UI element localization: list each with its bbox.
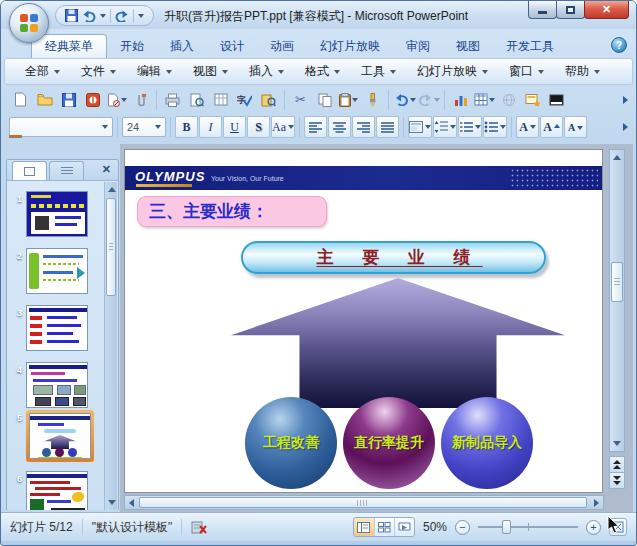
previous-slide-button[interactable] <box>609 456 625 473</box>
menu-window[interactable]: 窗口 <box>500 59 553 84</box>
research-button[interactable] <box>257 89 280 111</box>
line-spacing-button[interactable] <box>433 116 457 138</box>
align-right-button[interactable] <box>352 116 375 138</box>
sphere-new-product[interactable]: 新制品导入 <box>441 397 533 489</box>
spelling-status-icon[interactable] <box>191 519 208 535</box>
main-banner[interactable]: 主 要 业 绩 <box>241 241 546 274</box>
tab-developer[interactable]: 开发工具 <box>493 34 567 58</box>
next-slide-button[interactable] <box>609 472 625 489</box>
close-button[interactable]: ✕ <box>584 1 629 19</box>
slide-thumbnail[interactable] <box>26 362 88 408</box>
page-setup-button[interactable] <box>209 89 232 111</box>
redo-icon[interactable] <box>115 10 129 22</box>
panel-scrollbar[interactable] <box>104 182 117 510</box>
scroll-up-arrow[interactable] <box>108 187 116 192</box>
spelling-button[interactable]: 字 <box>233 89 256 111</box>
scroll-up-arrow[interactable] <box>613 155 621 160</box>
menu-help[interactable]: 帮助 <box>556 59 609 84</box>
menu-file[interactable]: 文件 <box>72 59 125 84</box>
tab-design[interactable]: 设计 <box>207 34 257 58</box>
slide-design-button[interactable] <box>521 89 544 111</box>
format-painter-button[interactable] <box>361 89 384 111</box>
menu-all[interactable]: 全部 <box>16 59 69 84</box>
publish-button[interactable] <box>81 89 104 111</box>
slide-layout-button[interactable] <box>408 116 432 138</box>
dropdown-caret[interactable] <box>425 125 431 129</box>
numbering-button[interactable] <box>458 116 482 138</box>
dropdown-caret[interactable] <box>288 125 294 129</box>
slide-thumbnail[interactable] <box>26 248 88 294</box>
italic-button[interactable]: I <box>199 116 222 138</box>
horizontal-scrollbar[interactable] <box>124 495 604 510</box>
paste-button[interactable] <box>337 89 360 111</box>
bold-button[interactable]: B <box>175 116 198 138</box>
scroll-down-arrow[interactable] <box>108 500 116 505</box>
justify-button[interactable] <box>376 116 399 138</box>
increase-font-button[interactable]: A <box>540 116 563 138</box>
vertical-scrollbar-thumb[interactable] <box>611 262 623 302</box>
slideshow-view-button[interactable] <box>394 518 414 536</box>
align-center-button[interactable] <box>328 116 351 138</box>
align-left-button[interactable] <box>304 116 327 138</box>
dropdown-caret[interactable] <box>530 125 536 129</box>
menu-view[interactable]: 视图 <box>184 59 237 84</box>
dropdown-caret[interactable] <box>352 98 358 102</box>
undo-icon[interactable] <box>82 10 96 22</box>
decrease-font-button[interactable]: A <box>564 116 587 138</box>
cut-button[interactable]: ✂ <box>289 89 312 111</box>
insert-chart-button[interactable] <box>449 89 472 111</box>
menu-edit[interactable]: 编辑 <box>128 59 181 84</box>
dropdown-caret[interactable] <box>121 98 127 102</box>
redo-button[interactable] <box>417 89 440 111</box>
slide-thumbnail[interactable] <box>26 471 88 510</box>
scroll-right-arrow[interactable] <box>594 499 599 507</box>
slide-canvas[interactable]: OLYMPUS Your Vision, Our Future 三、主要业绩： … <box>124 149 603 493</box>
tab-review[interactable]: 审阅 <box>393 34 443 58</box>
bullets-button[interactable] <box>483 116 507 138</box>
print-button[interactable] <box>161 89 184 111</box>
open-button[interactable] <box>33 89 56 111</box>
background-button[interactable] <box>545 89 568 111</box>
save-button[interactable] <box>57 89 80 111</box>
toolbar-overflow-button[interactable] <box>623 96 628 104</box>
zoom-out-button[interactable]: − <box>455 520 470 535</box>
customize-qat-caret[interactable] <box>138 14 144 18</box>
slide-sorter-view-button[interactable] <box>374 518 394 536</box>
insert-table-button[interactable] <box>473 89 496 111</box>
office-button[interactable] <box>9 3 49 43</box>
slide-thumbnail-current[interactable] <box>29 413 91 459</box>
sphere-yield-rate[interactable]: 直行率提升 <box>343 397 435 489</box>
underline-button[interactable]: U <box>223 116 246 138</box>
tab-animations[interactable]: 动画 <box>257 34 307 58</box>
sphere-engineering[interactable]: 工程改善 <box>245 397 337 489</box>
help-button[interactable]: ? <box>611 37 627 53</box>
outline-tab[interactable] <box>49 161 84 180</box>
horizontal-scrollbar-thumb[interactable] <box>139 497 587 508</box>
save-icon[interactable] <box>65 9 78 22</box>
hyperlink-button[interactable] <box>497 89 520 111</box>
slide-thumbnail[interactable] <box>26 305 88 351</box>
dropdown-caret[interactable] <box>410 98 416 102</box>
font-color-button[interactable]: A <box>516 116 539 138</box>
attach-button[interactable] <box>129 89 152 111</box>
print-preview-button[interactable] <box>185 89 208 111</box>
tab-view[interactable]: 视图 <box>443 34 493 58</box>
design-template-name[interactable]: "默认设计模板" <box>92 519 173 536</box>
copy-button[interactable] <box>313 89 336 111</box>
vertical-scrollbar[interactable] <box>609 149 625 452</box>
dropdown-caret[interactable] <box>450 125 456 129</box>
panel-close-button[interactable]: ✕ <box>102 163 111 176</box>
permission-button[interactable] <box>105 89 128 111</box>
up-arrow-shape[interactable] <box>231 278 565 408</box>
zoom-in-button[interactable]: + <box>586 520 601 535</box>
scroll-left-arrow[interactable] <box>129 499 134 507</box>
maximize-button[interactable] <box>556 1 585 19</box>
dropdown-caret[interactable] <box>475 125 481 129</box>
menu-tools[interactable]: 工具 <box>352 59 405 84</box>
scroll-down-arrow[interactable] <box>613 441 621 446</box>
section-title-box[interactable]: 三、主要业绩： <box>137 196 327 227</box>
dropdown-caret[interactable] <box>500 125 506 129</box>
tab-insert[interactable]: 插入 <box>157 34 207 58</box>
minimize-button[interactable] <box>528 1 557 19</box>
new-document-button[interactable] <box>9 89 32 111</box>
